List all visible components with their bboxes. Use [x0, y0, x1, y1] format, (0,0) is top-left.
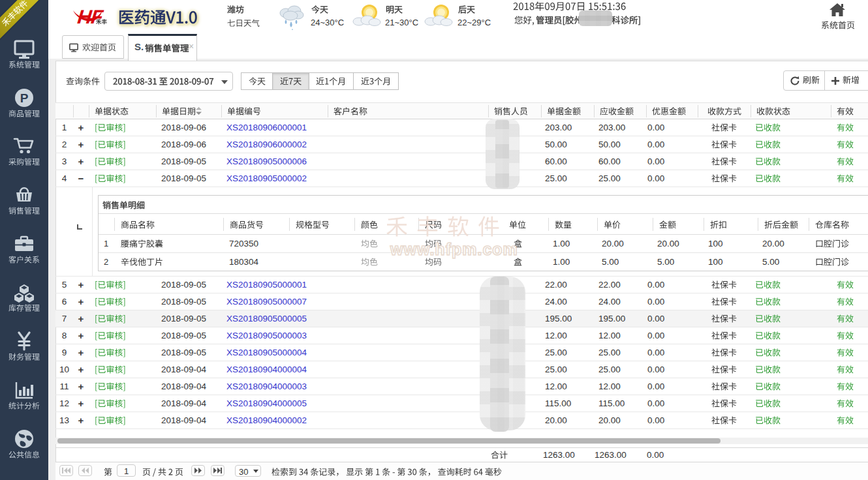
svg-text:P: P — [20, 91, 29, 105]
